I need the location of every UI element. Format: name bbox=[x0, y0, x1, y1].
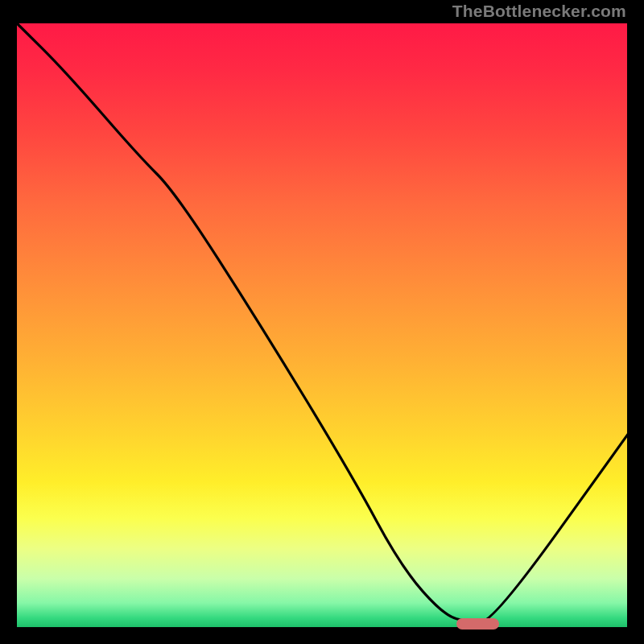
chart-svg bbox=[16, 23, 628, 628]
bottleneck-curve-line bbox=[16, 23, 628, 622]
chart-container bbox=[16, 23, 628, 628]
optimum-marker bbox=[456, 618, 499, 630]
watermark-text: TheBottlenecker.com bbox=[452, 2, 626, 21]
